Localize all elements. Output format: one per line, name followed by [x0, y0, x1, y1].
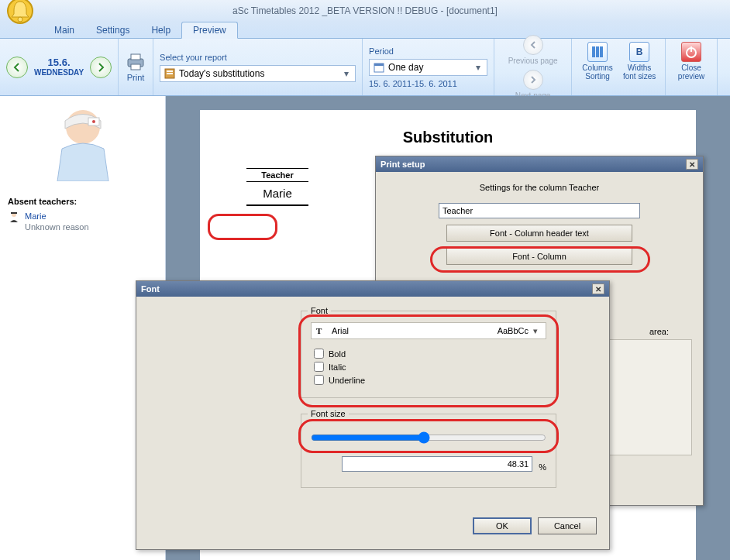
font-header-button[interactable]: Font - Column header text — [446, 225, 632, 242]
app-logo-icon — [5, 0, 36, 26]
tools-group: Columns Sorting B Widths font sizes — [572, 39, 666, 95]
dialog-title: Font — [141, 284, 160, 294]
period-range: 15. 6. 2011-15. 6. 2011 — [369, 79, 487, 88]
close-icon[interactable]: ✕ — [686, 159, 698, 170]
page-title: Substitution — [231, 129, 665, 146]
report-group: Select your report Today's substitutions… — [153, 39, 363, 95]
chevron-down-icon: ▾ — [476, 62, 484, 73]
widths-fontsizes-button[interactable]: B Widths font sizes — [620, 42, 659, 92]
bold-checkbox[interactable]: Bold — [314, 349, 546, 359]
teacher-icon — [8, 211, 20, 223]
chevron-down-icon: ▾ — [344, 68, 352, 79]
font-dialog: Font ✕ Font T Arial AaBbCc ▾ Bold Italic… — [136, 280, 610, 550]
report-value: Today's substitutions — [179, 68, 344, 79]
svg-rect-3 — [131, 54, 140, 60]
font-column-button[interactable]: Font - Column — [446, 248, 632, 265]
svg-rect-9 — [374, 64, 384, 66]
svg-rect-12 — [600, 46, 603, 57]
power-icon — [684, 45, 698, 59]
ribbon: 15.6. WEDNESDAY Print Select your report… — [0, 39, 730, 96]
svg-rect-10 — [592, 46, 595, 57]
column-settings-hint: Settings for the column Teacher — [387, 183, 692, 192]
absent-teachers-heading: Absent teachers: — [0, 195, 165, 208]
current-day-label: 15.6. WEDNESDAY — [34, 57, 84, 77]
printer-icon — [125, 53, 146, 71]
tab-help[interactable]: Help — [140, 22, 181, 38]
arrow-right-icon — [529, 75, 538, 84]
close-preview-button[interactable]: Close preview — [672, 42, 711, 92]
absent-avatar-icon — [48, 104, 118, 181]
svg-rect-7 — [167, 73, 173, 74]
report-label: Select your report — [160, 53, 356, 62]
highlight-oval — [208, 214, 277, 240]
percent-label: % — [539, 462, 546, 472]
font-sample: AaBbCc — [498, 326, 529, 335]
italic-checkbox[interactable]: Italic — [314, 362, 546, 372]
report-icon — [164, 67, 176, 80]
svg-point-18 — [92, 120, 95, 123]
calendar-icon — [373, 61, 385, 74]
period-value: One day — [388, 62, 476, 73]
prev-page-button[interactable]: Previous page — [508, 35, 558, 65]
next-page-button[interactable]: Next page — [515, 70, 551, 100]
col-header-teacher: Teacher — [246, 169, 308, 182]
tab-settings[interactable]: Settings — [85, 22, 140, 38]
tab-main[interactable]: Main — [43, 22, 85, 38]
columns-icon — [591, 45, 604, 59]
svg-rect-6 — [167, 70, 173, 72]
page-nav-group: Previous page Next page — [494, 39, 572, 95]
report-combo[interactable]: Today's substitutions ▾ — [160, 65, 356, 82]
period-combo[interactable]: One day ▾ — [369, 59, 487, 76]
font-fieldset: Font T Arial AaBbCc ▾ Bold Italic Underl… — [301, 311, 556, 398]
width-icon: B — [632, 45, 646, 59]
row-teacher: Marie — [246, 182, 308, 205]
ok-button[interactable]: OK — [473, 517, 532, 534]
fontsize-legend: Font size — [308, 409, 349, 418]
prev-day-button[interactable] — [6, 57, 28, 78]
chevron-down-icon: ▾ — [533, 326, 541, 336]
fontsize-input[interactable] — [342, 456, 532, 472]
cancel-button[interactable]: Cancel — [538, 517, 597, 534]
current-dow: WEDNESDAY — [34, 68, 84, 77]
arrow-left-icon — [12, 62, 22, 73]
underline-checkbox[interactable]: Underline — [314, 375, 546, 385]
day-nav-group: 15.6. WEDNESDAY — [0, 39, 119, 95]
font-icon: T — [316, 326, 327, 335]
column-name-input[interactable] — [439, 203, 640, 218]
dialog-title: Print setup — [380, 160, 425, 169]
print-button[interactable]: Print — [127, 73, 145, 82]
menu-tabs: Main Settings Help Preview — [0, 22, 730, 39]
close-icon[interactable]: ✕ — [592, 283, 604, 294]
svg-rect-11 — [596, 46, 599, 57]
next-day-button[interactable] — [90, 57, 112, 78]
font-name: Arial — [332, 326, 498, 335]
dialog-titlebar[interactable]: Font ✕ — [136, 281, 609, 297]
print-group: Print — [119, 39, 153, 95]
svg-point-1 — [18, 17, 22, 22]
dialog-titlebar[interactable]: Print setup ✕ — [376, 156, 703, 172]
dialog-buttons: OK Cancel — [136, 517, 609, 544]
absent-teacher-row[interactable]: Marie Unknown reason — [0, 208, 165, 236]
period-label: Period — [369, 46, 487, 56]
app-title: aSc Timetables 2012 _BETA VERSION !! DEB… — [0, 5, 730, 16]
fontsize-slider[interactable] — [311, 431, 546, 445]
font-legend: Font — [308, 306, 331, 315]
current-date: 15.6. — [34, 57, 84, 68]
absent-teacher-name: Marie — [25, 211, 89, 222]
fontsize-fieldset: Font size % — [301, 414, 556, 488]
columns-sorting-button[interactable]: Columns Sorting — [578, 42, 617, 92]
tab-preview[interactable]: Preview — [181, 22, 238, 39]
font-combo[interactable]: T Arial AaBbCc ▾ — [311, 322, 546, 339]
svg-rect-20 — [11, 212, 17, 214]
titlebar: aSc Timetables 2012 _BETA VERSION !! DEB… — [0, 0, 730, 22]
arrow-left-icon — [529, 40, 538, 50]
arrow-right-icon — [95, 62, 106, 73]
svg-rect-4 — [131, 64, 140, 70]
svg-text:B: B — [636, 46, 643, 57]
period-group: Period One day ▾ 15. 6. 2011-15. 6. 2011 — [363, 39, 494, 95]
absent-teacher-reason: Unknown reason — [25, 222, 89, 232]
close-group: Close preview — [666, 39, 718, 95]
